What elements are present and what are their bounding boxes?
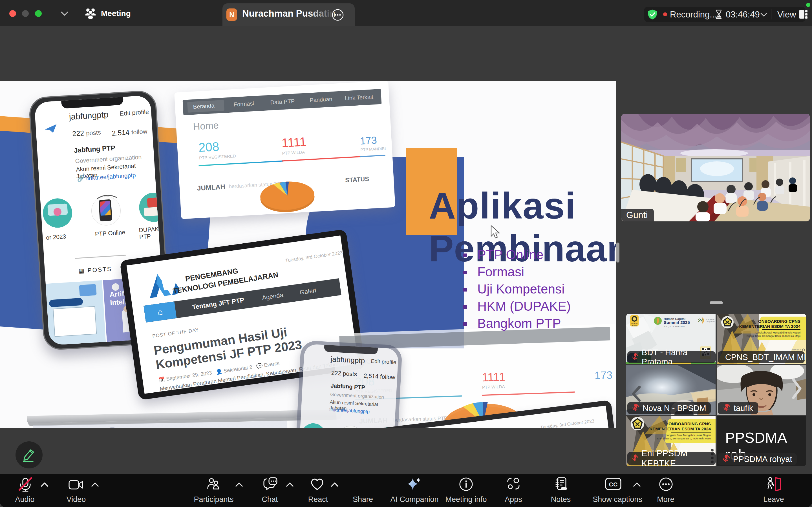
svg-text:CC: CC [609, 481, 617, 488]
svg-text:Energi Baru, Semangat Baru, In: Energi Baru, Semangat Baru, Indonesia Ma… [747, 334, 801, 337]
svg-text:Summit 2025: Summit 2025 [664, 320, 690, 325]
svg-text:Energi Kuat: Energi Kuat [706, 321, 715, 323]
svg-text:Energi Baru, Semangat Baru, In: Energi Baru, Semangat Baru, Indonesia Ma… [657, 437, 711, 440]
svg-text:ESDM: ESDM [632, 325, 637, 326]
svg-text:SDM Hebat: SDM Hebat [706, 319, 714, 320]
svg-text:KEMENTERIAN ESDM TA 2024: KEMENTERIAN ESDM TA 2024 [649, 427, 711, 431]
svg-text:ONBOARDING CPNS: ONBOARDING CPNS [668, 421, 711, 426]
svg-text:Langkah Awal Mengabdi untuk Ne: Langkah Awal Mengabdi untuk Negeri [755, 331, 801, 334]
svg-text:KEMENTERIAN ESDM TA 2024: KEMENTERIAN ESDM TA 2024 [739, 324, 801, 329]
svg-text:ONBOARDING CPNS: ONBOARDING CPNS [758, 319, 801, 324]
svg-text:esdm.go.id: esdm.go.id [792, 349, 801, 351]
svg-text:JCC, 3 - 4 June 2025: JCC, 3 - 4 June 2025 [664, 325, 685, 328]
svg-text:Langkah Awal Mengabdi untuk Ne: Langkah Awal Mengabdi untuk Negeri [666, 434, 711, 437]
svg-text:BPSDM: BPSDM [631, 323, 637, 324]
